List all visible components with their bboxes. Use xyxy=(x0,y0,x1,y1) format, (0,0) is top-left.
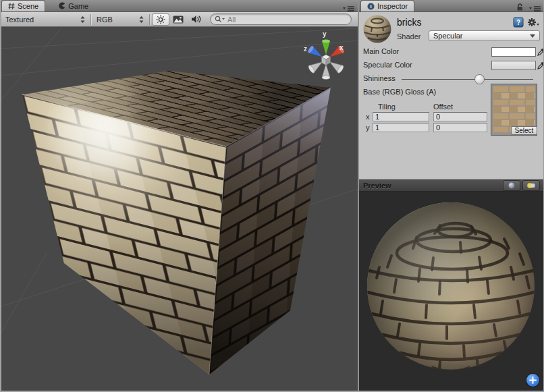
gear-icon[interactable] xyxy=(527,17,539,28)
scene-search-box[interactable] xyxy=(210,13,352,25)
main-color-swatch[interactable] xyxy=(491,47,536,57)
scene-grid-icon xyxy=(8,3,15,9)
preview-header[interactable]: Preview xyxy=(359,179,544,192)
preview-area xyxy=(359,192,544,391)
panel-divider[interactable] xyxy=(358,0,359,392)
lock-icon[interactable] xyxy=(516,2,524,11)
updown-arrows-icon xyxy=(80,16,85,23)
scene-panel-menu-icon[interactable] xyxy=(343,3,355,9)
row-x-label: x xyxy=(366,113,370,121)
scene-lighting-toggle[interactable] xyxy=(152,13,169,26)
preview-plus-button[interactable] xyxy=(526,374,539,387)
gizmo-y-label[interactable]: y xyxy=(323,30,327,38)
inspector-panel-menu-icon[interactable] xyxy=(529,3,541,9)
sun-icon xyxy=(156,15,165,24)
shader-label: Shader xyxy=(397,32,420,40)
gizmo-z-label[interactable]: z xyxy=(304,45,307,53)
base-map-label: Base (RGB) Gloss (A) xyxy=(363,88,436,96)
image-icon xyxy=(173,16,184,24)
offset-x-input[interactable] xyxy=(433,112,487,121)
lights-icon xyxy=(526,182,536,189)
scene-3d-render: y x z xyxy=(0,27,358,391)
scene-toolbar: Textured RGB xyxy=(0,12,358,27)
search-icon xyxy=(215,16,225,23)
tab-game-label: Game xyxy=(68,2,88,10)
render-mode-dropdown[interactable]: Textured xyxy=(2,13,88,26)
scene-search-input[interactable] xyxy=(225,15,347,24)
tab-scene[interactable]: Scene xyxy=(1,0,45,11)
scene-audio-toggle[interactable] xyxy=(187,13,205,26)
tab-scene-label: Scene xyxy=(18,2,38,10)
material-name: bricks xyxy=(397,17,422,28)
scene-viewport[interactable]: y x z xyxy=(0,27,358,391)
texture-select-button[interactable]: Select xyxy=(511,126,537,135)
render-mode-value: Textured xyxy=(5,16,34,24)
toolbar-separator xyxy=(90,14,91,25)
preview-title: Preview xyxy=(363,181,501,190)
eyedropper-icon[interactable] xyxy=(537,60,544,69)
inspector-panel: i Inspector xyxy=(359,0,544,392)
shader-value: Specular xyxy=(433,32,462,40)
eyedropper-icon[interactable] xyxy=(537,47,544,56)
preview-mesh-button[interactable] xyxy=(503,180,520,191)
chevron-down-icon xyxy=(530,34,535,38)
material-preview-sphere[interactable] xyxy=(359,192,544,391)
shininess-slider-track[interactable] xyxy=(402,79,533,81)
tiling-y-input[interactable] xyxy=(373,123,429,132)
main-color-label: Main Color xyxy=(363,47,399,55)
scene-panel: Scene Game Textured xyxy=(0,0,358,392)
tiling-x-input[interactable] xyxy=(373,112,429,121)
offset-y-input[interactable] xyxy=(433,123,487,132)
scene-tab-row: Scene Game xyxy=(0,0,358,12)
sphere-icon xyxy=(508,182,515,189)
color-mode-value: RGB xyxy=(97,16,113,24)
info-icon: i xyxy=(367,3,375,10)
offset-header: Offset xyxy=(433,103,453,111)
inspector-tab-row: i Inspector xyxy=(359,0,544,12)
shininess-label: Shininess xyxy=(363,74,396,82)
shininess-slider-handle[interactable] xyxy=(475,75,484,84)
tiling-header: Tiling xyxy=(378,103,396,111)
game-icon xyxy=(58,2,65,9)
preview-lighting-button[interactable] xyxy=(522,180,540,191)
svg-text:i: i xyxy=(370,3,371,9)
tab-game[interactable]: Game xyxy=(52,0,94,11)
gizmo-x-label[interactable]: x xyxy=(339,44,344,51)
help-icon[interactable]: ? xyxy=(513,17,524,28)
material-inspector: bricks Shader Specular ? xyxy=(359,12,544,179)
toolbar-separator xyxy=(149,14,150,25)
color-mode-dropdown[interactable]: RGB xyxy=(93,13,147,26)
unity-editor-window: Scene Game Textured xyxy=(0,0,544,392)
specular-color-swatch[interactable] xyxy=(491,61,536,70)
tab-inspector-label: Inspector xyxy=(377,2,408,10)
tab-inspector[interactable]: i Inspector xyxy=(360,0,414,11)
scene-skybox-toggle[interactable] xyxy=(169,13,187,26)
row-y-label: y xyxy=(366,123,370,132)
svg-text:?: ? xyxy=(516,19,520,26)
shader-dropdown[interactable]: Specular xyxy=(429,30,540,41)
speaker-icon xyxy=(191,15,201,24)
material-thumbnail-sphere[interactable] xyxy=(362,14,392,44)
plus-icon xyxy=(529,376,537,384)
updown-arrows-icon xyxy=(139,16,144,23)
specular-color-label: Specular Color xyxy=(363,61,412,69)
